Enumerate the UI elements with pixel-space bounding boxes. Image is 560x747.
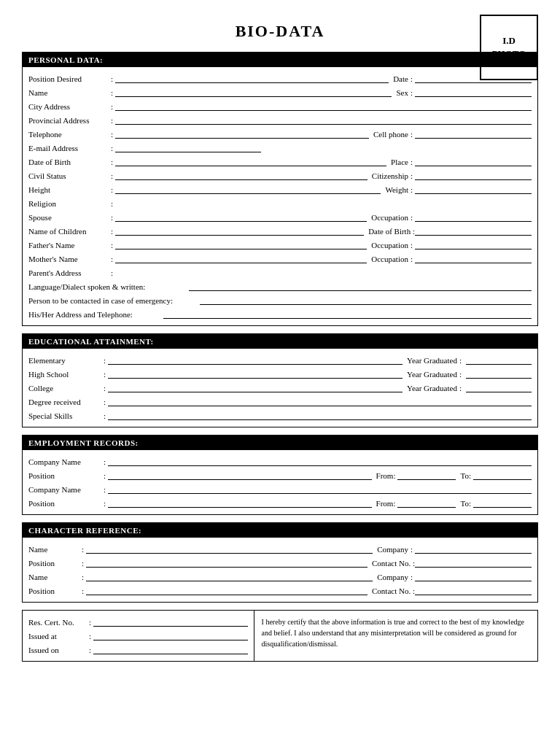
row-skills: Special Skills : (28, 409, 532, 420)
row-degree: Degree received : (28, 395, 532, 406)
row-height-weight: Height : Weight : (28, 182, 532, 194)
input-to1[interactable] (473, 471, 532, 480)
input-char-company2[interactable] (415, 573, 532, 581)
input-position-desired[interactable] (115, 74, 389, 83)
input-position2[interactable] (108, 499, 372, 508)
input-char-pos1[interactable] (86, 559, 368, 568)
input-from2[interactable] (397, 499, 456, 508)
id-photo-box: I.D PHOTO (480, 15, 538, 80)
input-person-contact[interactable] (200, 296, 532, 305)
input-city-address[interactable] (115, 102, 532, 111)
input-skills[interactable] (108, 411, 532, 420)
input-char-company1[interactable] (415, 545, 532, 554)
input-from1[interactable] (397, 471, 456, 480)
label-char-company1: Company (377, 545, 408, 554)
label-position2: Position (28, 499, 101, 508)
input-yr-highschool[interactable] (466, 370, 532, 379)
label-yr-highschool: Year Graduated (407, 370, 457, 379)
label-issued-on: Issued on (28, 646, 87, 654)
input-provincial-address[interactable] (115, 116, 532, 125)
input-mothers-name[interactable] (115, 255, 367, 263)
label-contact2: Contact No. : (372, 587, 415, 595)
row-city-address: City Address : (28, 99, 532, 111)
label-position-desired: Position Desired (28, 74, 109, 83)
label-to2: To: (460, 499, 471, 508)
input-language[interactable] (189, 282, 532, 291)
label-his-her-address: His/Her Address and Telephone: (28, 310, 163, 319)
label-to1: To: (460, 471, 471, 480)
row-religion: Religion : (28, 196, 532, 208)
row-position1: Position : From: To: (28, 468, 532, 480)
input-occupation-father[interactable] (415, 241, 532, 249)
label-yr-elementary: Year Graduated (407, 356, 457, 365)
row-char-pos1: Position : Contact No. : (28, 556, 532, 568)
input-weight[interactable] (415, 185, 532, 194)
input-char-name1[interactable] (86, 545, 373, 554)
label-char-pos2: Position (28, 587, 79, 595)
row-name-sex: Name : Sex : (28, 85, 532, 97)
input-elementary[interactable] (108, 356, 402, 365)
input-cell-phone[interactable] (415, 130, 532, 139)
input-issued-on[interactable] (93, 646, 248, 654)
input-highschool[interactable] (108, 370, 402, 379)
input-spouse[interactable] (115, 213, 367, 222)
input-contact1[interactable] (415, 559, 532, 568)
input-dob[interactable] (115, 158, 386, 166)
row-email: E-mail Address : (28, 141, 532, 152)
label-weight: Weight (385, 185, 408, 194)
label-occupation-spouse: Occupation (371, 213, 408, 222)
input-name-children[interactable] (115, 227, 364, 236)
input-citizenship[interactable] (415, 171, 532, 180)
input-civil-status[interactable] (115, 171, 368, 180)
id-photo-line1: I.D (502, 34, 516, 47)
input-contact2[interactable] (415, 587, 532, 595)
input-company1[interactable] (108, 457, 532, 466)
input-yr-college[interactable] (466, 384, 532, 392)
input-occupation-mother[interactable] (415, 255, 532, 263)
input-telephone[interactable] (115, 130, 369, 139)
label-provincial-address: Provincial Address (28, 116, 109, 125)
input-occupation-spouse[interactable] (415, 213, 532, 222)
certification-text: I hereby certify that the above informat… (262, 618, 524, 648)
row-elementary: Elementary : Year Graduated : (28, 353, 532, 365)
label-email: E-mail Address (28, 144, 109, 152)
input-place[interactable] (415, 158, 532, 166)
personal-data-content: Position Desired : Date : Name : Sex : C… (23, 67, 537, 325)
educational-section: EDUCATIONAL ATTAINMENT: Elementary : Yea… (22, 333, 538, 427)
input-fathers-name[interactable] (115, 241, 367, 249)
input-position1[interactable] (108, 471, 372, 480)
input-email[interactable] (115, 144, 261, 152)
input-college[interactable] (108, 384, 402, 392)
label-mothers-name: Mother's Name (28, 255, 109, 263)
label-char-company2: Company (377, 573, 408, 581)
input-char-name2[interactable] (86, 573, 373, 581)
label-dob: Date of Birth (28, 158, 109, 166)
input-issued-at[interactable] (93, 632, 248, 640)
label-person-contact: Person to be contacted in case of emerge… (28, 296, 200, 305)
row-char-name2: Name : Company : (28, 570, 532, 581)
input-res-cert[interactable] (93, 618, 248, 627)
label-position1: Position (28, 471, 101, 480)
educational-header: EDUCATIONAL ATTAINMENT: (23, 334, 537, 349)
row-person-contact: Person to be contacted in case of emerge… (28, 293, 532, 305)
input-degree[interactable] (108, 398, 532, 406)
employment-section: EMPLOYMENT RECORDS: Company Name : Posit… (22, 435, 538, 515)
label-from2: From: (376, 499, 396, 508)
input-his-her-address[interactable] (163, 310, 532, 319)
row-civil-citizenship: Civil Status : Citizenship : (28, 169, 532, 180)
input-char-pos2[interactable] (86, 587, 368, 595)
character-header: CHARACTER REFERENCE: (23, 523, 537, 538)
input-height[interactable] (115, 185, 381, 194)
row-char-name1: Name : Company : (28, 542, 532, 554)
input-to2[interactable] (473, 499, 532, 508)
label-citizenship: Citizenship (372, 171, 408, 180)
employment-content: Company Name : Position : From: To: Comp… (23, 450, 537, 514)
input-dob-children[interactable] (415, 227, 532, 236)
label-contact1: Contact No. : (372, 559, 415, 568)
input-sex[interactable] (415, 88, 532, 97)
input-name[interactable] (115, 88, 392, 97)
main-title: BIO-DATA (22, 15, 538, 41)
label-company2: Company Name (28, 485, 101, 494)
input-yr-elementary[interactable] (466, 356, 532, 365)
input-company2[interactable] (108, 485, 532, 494)
